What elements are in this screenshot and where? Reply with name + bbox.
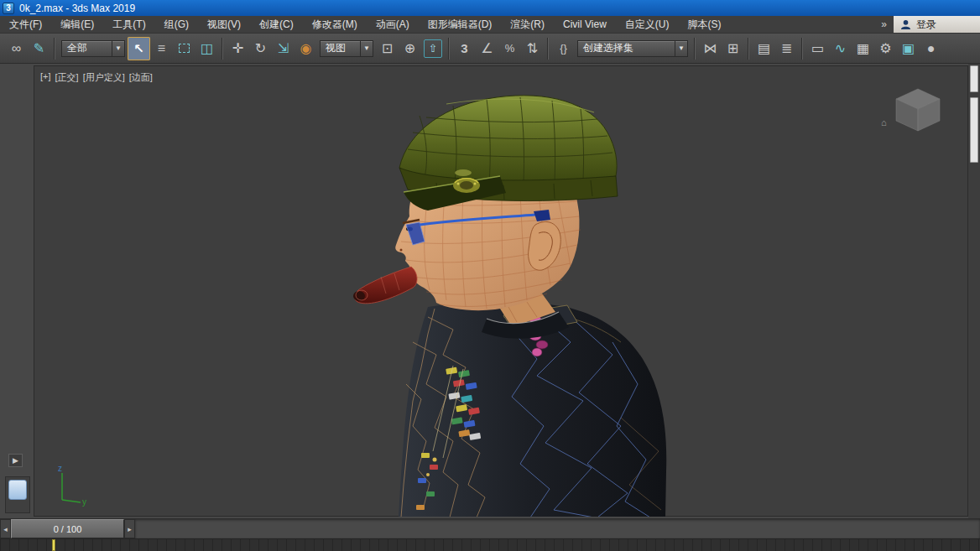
- snap-toggle-3d-icon[interactable]: 3: [453, 37, 476, 60]
- viewport[interactable]: [+] [正交] [用户定义] [边面]: [34, 65, 968, 517]
- render-setup-icon[interactable]: ⚙: [874, 37, 897, 60]
- panel-scrollbar-thumb[interactable]: [970, 65, 978, 92]
- officer-model[interactable]: [34, 65, 968, 517]
- reference-coordsys-dropdown[interactable]: 视图 ▼: [320, 40, 373, 57]
- bind-to-space-warp-icon[interactable]: ✎: [28, 37, 50, 60]
- toggle-scene-explorer-icon[interactable]: ▤: [753, 37, 775, 60]
- edit-named-selection-sets-icon[interactable]: {}: [552, 37, 575, 60]
- viewport-shading-menu[interactable]: [边面]: [129, 71, 153, 84]
- app-logo-icon: 3: [3, 3, 14, 14]
- named-selection-sets-dropdown[interactable]: 创建选择集 ▼: [577, 40, 688, 57]
- select-and-manipulate-icon[interactable]: ⊕: [399, 37, 421, 60]
- select-and-link-icon[interactable]: ∞: [5, 37, 28, 60]
- toolbar-separator: [748, 38, 749, 60]
- user-icon: [900, 19, 911, 30]
- toolbar-separator: [54, 38, 55, 60]
- axis-y-label: y: [82, 497, 86, 507]
- menu-overflow-chevron[interactable]: »: [874, 16, 894, 33]
- menu-create[interactable]: 创建(C): [250, 16, 303, 33]
- align-icon[interactable]: ⊞: [722, 37, 744, 60]
- time-slider-handle[interactable]: 0 / 100: [11, 519, 124, 538]
- toggle-ribbon-icon[interactable]: ▭: [806, 37, 829, 60]
- keyboard-shortcut-override-icon[interactable]: ⇧: [424, 39, 442, 58]
- menu-tools[interactable]: 工具(T): [103, 16, 154, 33]
- axis-z-label: z: [58, 464, 62, 473]
- toolbar-separator: [448, 38, 450, 60]
- world-axis-tripod: z y: [52, 463, 91, 507]
- percent-snap-icon[interactable]: %: [498, 37, 521, 60]
- left-rail: ▶: [0, 64, 34, 518]
- menu-civil-view[interactable]: Civil View: [554, 16, 616, 33]
- toggle-layer-explorer-icon[interactable]: ≣: [775, 37, 798, 60]
- menu-edit[interactable]: 编辑(E): [51, 16, 103, 33]
- rectangular-selection-region-icon[interactable]: [173, 37, 195, 60]
- title-bar: 3 0k_2.max - 3ds Max 2019: [0, 0, 980, 16]
- time-slider: ◂ 0 / 100 ▸: [0, 518, 980, 538]
- viewport-layout-tab-bar: [5, 476, 30, 513]
- window-title: 0k_2.max - 3ds Max 2019: [19, 3, 135, 14]
- mirror-icon[interactable]: ⋈: [699, 37, 722, 60]
- sign-in-label: 登录: [916, 18, 936, 32]
- menu-views[interactable]: 视图(V): [198, 16, 250, 33]
- window-crossing-icon[interactable]: ◫: [195, 37, 218, 60]
- command-panel-strip: [968, 64, 980, 518]
- select-by-name-icon[interactable]: ≡: [150, 37, 173, 60]
- viewport-general-menu[interactable]: [+]: [40, 71, 51, 84]
- select-and-move-icon[interactable]: ✛: [227, 37, 249, 60]
- 3ds-max-window: 3 0k_2.max - 3ds Max 2019 文件(F) 编辑(E) 工具…: [0, 0, 980, 551]
- select-and-scale-icon[interactable]: ⇲: [272, 37, 295, 60]
- time-slider-track[interactable]: [135, 519, 980, 538]
- rail-expand-arrow-icon[interactable]: ▶: [8, 454, 23, 467]
- menu-rendering[interactable]: 渲染(R): [501, 16, 554, 33]
- menu-file[interactable]: 文件(F): [0, 16, 51, 33]
- cigar: [353, 267, 417, 304]
- menu-graph-editors[interactable]: 图形编辑器(D): [419, 16, 502, 33]
- rendered-frame-window-icon[interactable]: ▣: [897, 37, 920, 60]
- previous-frame-button[interactable]: ◂: [0, 519, 11, 538]
- viewport-pov-menu[interactable]: [正交]: [55, 71, 79, 84]
- sign-in-area[interactable]: 登录: [894, 16, 980, 33]
- toolbar-separator: [801, 38, 803, 60]
- dashed-rect-icon: [179, 44, 190, 53]
- select-object-icon[interactable]: ↖: [128, 37, 150, 60]
- viewport-layout-tab[interactable]: [8, 480, 27, 500]
- chevron-down-icon: ▼: [675, 41, 687, 56]
- next-frame-button[interactable]: ▸: [124, 519, 135, 538]
- curve-editor-icon[interactable]: ∿: [829, 37, 852, 60]
- select-and-rotate-icon[interactable]: ↻: [249, 37, 272, 60]
- current-frame-marker[interactable]: [52, 539, 55, 551]
- named-selection-sets-value: 创建选择集: [578, 41, 675, 55]
- workspace: ▶ [+] [正交] [用户定义] [边面]: [0, 64, 980, 518]
- selection-filter-dropdown[interactable]: 全部 ▼: [61, 40, 125, 57]
- main-toolbar: ∞ ✎ 全部 ▼ ↖ ≡ ◫ ✛ ↻ ⇲ ◉ 视图 ▼ ⊡ ⊕ ⇧ 3 ∠ % …: [0, 34, 980, 64]
- chevron-down-icon: ▼: [360, 41, 373, 56]
- menu-spacer: [730, 16, 874, 33]
- reference-coordsys-value: 视图: [321, 41, 360, 55]
- chevron-down-icon: ▼: [112, 41, 124, 56]
- use-pivot-point-center-icon[interactable]: ⊡: [376, 37, 399, 60]
- menu-bar: 文件(F) 编辑(E) 工具(T) 组(G) 视图(V) 创建(C) 修改器(M…: [0, 16, 980, 34]
- track-bar[interactable]: [0, 538, 980, 551]
- viewcube-home-icon[interactable]: ⌂: [881, 117, 887, 127]
- select-and-place-icon[interactable]: ◉: [295, 37, 317, 60]
- menu-animation[interactable]: 动画(A): [367, 16, 419, 33]
- toolbar-separator: [222, 38, 223, 60]
- peaked-cap: [399, 96, 618, 211]
- menu-modifiers[interactable]: 修改器(M): [303, 16, 367, 33]
- schematic-view-icon[interactable]: ▦: [852, 37, 874, 60]
- panel-scrollbar-thumb[interactable]: [970, 97, 978, 163]
- viewcube[interactable]: ⌂: [879, 84, 950, 138]
- menu-group[interactable]: 组(G): [155, 16, 198, 33]
- angle-snap-icon[interactable]: ∠: [476, 37, 498, 60]
- spinner-snap-icon[interactable]: ⇅: [521, 37, 544, 60]
- render-production-icon[interactable]: ●: [920, 37, 942, 60]
- viewport-user-menu[interactable]: [用户定义]: [83, 71, 125, 84]
- menu-customize[interactable]: 自定义(U): [616, 16, 679, 33]
- viewport-label: [+] [正交] [用户定义] [边面]: [40, 71, 153, 84]
- menu-scripting[interactable]: 脚本(S): [678, 16, 730, 33]
- selection-filter-value: 全部: [62, 41, 112, 55]
- toolbar-separator: [694, 38, 696, 60]
- toolbar-separator: [547, 38, 549, 60]
